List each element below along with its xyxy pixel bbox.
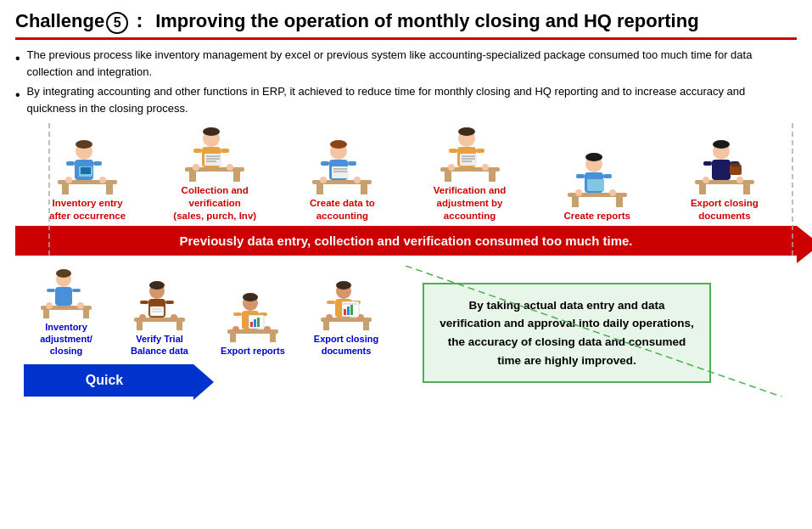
quick-arrow: Quick (24, 364, 193, 397)
svg-rect-62 (603, 174, 612, 178)
svg-rect-3 (62, 184, 69, 194)
bottom-label-1: Inventoryadjustment/closing (40, 321, 92, 357)
svg-point-111 (264, 326, 271, 333)
svg-rect-61 (576, 174, 585, 178)
svg-rect-21 (221, 149, 229, 153)
svg-rect-99 (150, 307, 164, 316)
person-icon-3 (308, 136, 376, 197)
svg-point-10 (65, 177, 72, 183)
bullet-dot-1: • (15, 48, 20, 69)
top-process-area: Inventory entryafter occurrence (15, 123, 797, 256)
svg-rect-38 (332, 166, 349, 178)
bottom-area: Inventoryadjustment/closing (15, 266, 797, 397)
page: Challenge5： Improving the operation of m… (0, 0, 812, 529)
person-icon-5 (563, 149, 631, 210)
process-label-6: Export closingdocuments (691, 197, 759, 222)
svg-rect-96 (165, 301, 174, 304)
svg-point-46 (458, 127, 475, 136)
svg-point-88 (77, 302, 84, 309)
svg-point-49 (448, 164, 455, 171)
svg-rect-103 (230, 334, 236, 342)
svg-rect-114 (254, 319, 256, 327)
bottom-left: Inventoryadjustment/closing (24, 266, 389, 397)
top-process-row: Inventory entryafter occurrence (15, 123, 797, 222)
svg-rect-115 (257, 318, 260, 327)
bullet-dot-2: • (15, 85, 20, 105)
svg-rect-43 (489, 172, 496, 182)
title-challenge: Challenge5： (15, 8, 148, 34)
bullet-text-2: By integrating accounting and other func… (27, 83, 797, 116)
process-label-4: Verification andadjustment byaccounting (434, 184, 507, 222)
process-label-5: Create reports (563, 210, 630, 222)
info-box-text: By taking actual data entry and data ver… (440, 299, 693, 367)
svg-point-7 (76, 140, 92, 149)
svg-point-19 (203, 127, 220, 136)
svg-rect-24 (204, 154, 221, 166)
svg-rect-30 (361, 184, 367, 194)
svg-rect-13 (81, 167, 91, 174)
bottom-person-icon-3 (223, 290, 283, 345)
svg-rect-29 (316, 184, 323, 194)
bullet-text-1: The previous process like inventory mana… (27, 47, 797, 80)
bottom-person-icon-4 (316, 278, 376, 333)
svg-rect-81 (83, 310, 89, 318)
blue-arrow-container: Quick (24, 364, 193, 397)
svg-point-94 (149, 281, 165, 290)
person-icon-1 (53, 136, 121, 197)
svg-point-84 (56, 269, 71, 278)
process-label-1: Inventory entryafter occurrence (49, 197, 126, 222)
svg-point-74 (703, 177, 709, 183)
svg-point-37 (354, 177, 361, 183)
process-label-2: Collection andverification(sales, purch,… (173, 184, 256, 222)
bullet-2: • By integrating accounting and other fu… (15, 83, 797, 116)
svg-rect-91 (176, 322, 182, 330)
svg-point-98 (171, 314, 177, 321)
challenge-number: 5 (106, 12, 128, 34)
svg-rect-8 (66, 161, 75, 166)
svg-rect-68 (743, 184, 750, 194)
svg-rect-129 (350, 305, 353, 315)
svg-rect-56 (572, 197, 579, 207)
svg-rect-65 (587, 179, 604, 191)
title-main-text: Improving the operation of monthly closi… (155, 10, 698, 32)
svg-rect-128 (347, 307, 350, 315)
svg-rect-95 (140, 301, 148, 304)
svg-rect-9 (93, 161, 102, 166)
person-icon-2 (181, 123, 249, 184)
svg-rect-42 (445, 172, 451, 182)
svg-rect-122 (327, 301, 335, 304)
svg-rect-16 (233, 172, 240, 182)
svg-point-36 (320, 177, 327, 183)
process-item-3: Create data toaccounting (287, 136, 397, 222)
svg-rect-20 (193, 149, 202, 153)
svg-rect-85 (47, 289, 55, 292)
quick-label: Quick (86, 373, 123, 387)
svg-rect-113 (250, 322, 253, 327)
svg-point-107 (243, 293, 258, 301)
bottom-label-2: Verify TrialBalance data (131, 333, 188, 357)
bottom-item-2: Verify TrialBalance data (117, 278, 202, 357)
bullet-section: • The previous process like inventory ma… (15, 47, 797, 116)
svg-rect-127 (344, 309, 346, 315)
svg-rect-4 (106, 184, 113, 194)
bottom-label-4: Export closingdocuments (314, 333, 378, 357)
bullet-1: • The previous process like inventory ma… (15, 47, 797, 80)
bottom-label-3: Export reports (221, 345, 285, 357)
svg-rect-34 (321, 161, 329, 166)
red-banner: Previously data entry, collection and ve… (15, 226, 797, 256)
svg-rect-35 (348, 161, 356, 166)
svg-rect-48 (476, 149, 484, 153)
svg-point-71 (713, 140, 730, 149)
bottom-item-4: Export closingdocuments (304, 278, 389, 357)
svg-rect-51 (460, 154, 477, 166)
svg-rect-77 (731, 163, 740, 166)
svg-point-33 (330, 140, 347, 149)
svg-point-75 (736, 177, 743, 183)
bottom-section: Inventoryadjustment/closing (15, 266, 797, 397)
svg-rect-82 (55, 287, 72, 306)
person-icon-4 (436, 123, 504, 184)
bottom-person-icon-1 (36, 266, 96, 321)
process-item-4: Verification andadjustment byaccounting (415, 123, 525, 222)
svg-rect-117 (323, 322, 329, 330)
svg-point-60 (585, 153, 602, 161)
